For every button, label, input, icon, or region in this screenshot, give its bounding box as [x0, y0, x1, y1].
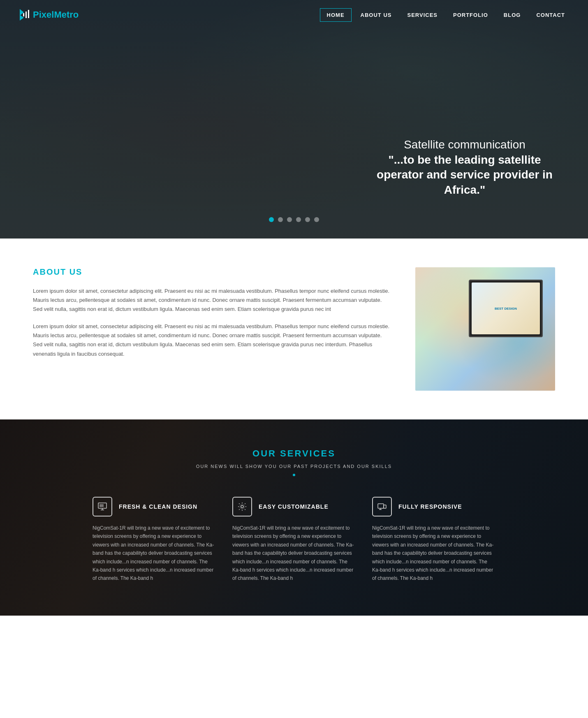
- service-text-3: NigComSat-1R will bring a new wave of ex…: [372, 524, 495, 583]
- service-item-2: EASY CUSTOMIZABLE NigComSat-1R will brin…: [232, 497, 356, 583]
- hero-dots: [269, 217, 319, 222]
- about-photo: [415, 267, 555, 391]
- svg-point-10: [240, 504, 245, 509]
- about-image: [415, 267, 555, 391]
- svg-rect-4: [28, 10, 29, 18]
- service-name-1: FRESH & CLEAN DESIGN: [119, 503, 197, 510]
- hero-dot-4[interactable]: [296, 217, 301, 222]
- service-text-1: NigComSat-1R will bring a new wave of ex…: [93, 524, 216, 583]
- main-nav: HOME ABOUT US SERVICES PORTFOLIO BLOG CO…: [320, 8, 572, 22]
- hero-title-line1: Satellite communication: [366, 137, 563, 153]
- svg-rect-3: [25, 12, 27, 18]
- about-title: ABOUT US: [33, 267, 391, 277]
- hero-dot-5[interactable]: [305, 217, 310, 222]
- monitor-icon: [97, 502, 107, 512]
- service-item-3: FULLY RESPONSIVE NigComSat-1R will bring…: [372, 497, 495, 583]
- svg-point-9: [241, 505, 243, 508]
- service-icon-1: [93, 497, 112, 516]
- about-paragraph-2: Lorem ipsum dolor sit amet, consectetur …: [33, 322, 391, 358]
- logo-text: PixelMetro: [33, 9, 79, 20]
- logo-icon: [16, 7, 31, 22]
- nav-home[interactable]: HOME: [320, 8, 352, 22]
- svg-rect-8: [100, 504, 104, 507]
- hero-text-block: Satellite communication "...to be the le…: [366, 137, 563, 197]
- service-name-2: EASY CUSTOMIZABLE: [259, 503, 329, 510]
- about-section: ABOUT US Lorem ipsum dolor sit amet, con…: [0, 239, 588, 419]
- service-item-1: FRESH & CLEAN DESIGN NigComSat-1R will b…: [93, 497, 216, 583]
- about-paragraph-1: Lorem ipsum dolor sit amet, consectetur …: [33, 287, 391, 314]
- service-icon-2: [232, 497, 252, 516]
- services-grid: FRESH & CLEAN DESIGN NigComSat-1R will b…: [25, 497, 563, 583]
- nav-contact[interactable]: CONTACT: [530, 9, 572, 21]
- nav-blog[interactable]: BLOG: [497, 9, 528, 21]
- hero-dot-6[interactable]: [314, 217, 319, 222]
- svg-rect-12: [384, 505, 386, 508]
- svg-rect-2: [23, 13, 24, 16]
- hero-subtitle-line3: operator and service provider in Africa.…: [366, 167, 563, 197]
- hero-dot-3[interactable]: [287, 217, 292, 222]
- services-dot-divider: [293, 474, 295, 476]
- hero-dot-2[interactable]: [278, 217, 283, 222]
- nav-services[interactable]: SERVICES: [400, 9, 444, 21]
- svg-rect-11: [378, 504, 384, 508]
- service-header-3: FULLY RESPONSIVE: [372, 497, 495, 516]
- logo[interactable]: PixelMetro: [16, 7, 79, 22]
- hero-content: Satellite communication "...to be the le…: [0, 0, 588, 239]
- service-icon-3: [372, 497, 392, 516]
- nav-portfolio[interactable]: PORTFOLIO: [447, 9, 495, 21]
- nav-about[interactable]: ABOUT US: [354, 9, 398, 21]
- service-header-1: FRESH & CLEAN DESIGN: [93, 497, 216, 516]
- monitor-screen: [472, 283, 540, 334]
- hero-section: Satellite communication "...to be the le…: [0, 0, 588, 239]
- gear-icon: [237, 502, 247, 512]
- service-header-2: EASY CUSTOMIZABLE: [232, 497, 356, 516]
- about-text: ABOUT US Lorem ipsum dolor sit amet, con…: [33, 267, 391, 367]
- service-text-2: NigComSat-1R will bring a new wave of ex…: [232, 524, 356, 583]
- monitor-graphic: [469, 280, 543, 337]
- services-subtitle: OUR NEWS WILL SHOW YOU OUR PAST PROJECTS…: [25, 464, 563, 469]
- hero-dot-1[interactable]: [269, 217, 274, 222]
- services-title: OUR SERVICES: [25, 448, 563, 459]
- responsive-icon: [377, 502, 387, 512]
- services-section: OUR SERVICES OUR NEWS WILL SHOW YOU OUR …: [0, 419, 588, 616]
- service-name-3: FULLY RESPONSIVE: [398, 503, 462, 510]
- hero-subtitle-line2: "...to be the leading satellite: [366, 153, 563, 167]
- services-inner: OUR SERVICES OUR NEWS WILL SHOW YOU OUR …: [25, 448, 563, 583]
